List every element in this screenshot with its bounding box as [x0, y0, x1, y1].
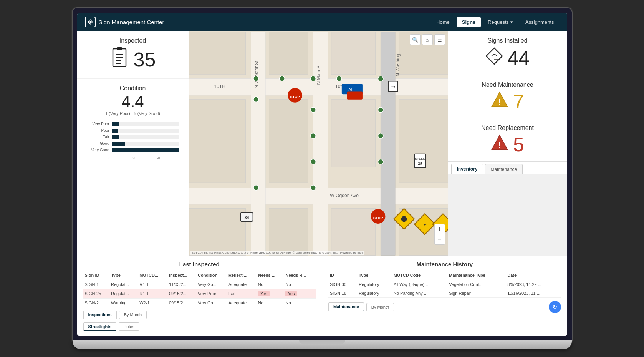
svg-point-38 [310, 133, 316, 139]
svg-text:STOP: STOP [290, 95, 300, 99]
svg-rect-18 [269, 209, 308, 256]
map-list-btn[interactable]: ☰ [434, 34, 445, 45]
svg-text:!: ! [498, 140, 501, 150]
chevron-down-icon: ▾ [510, 19, 513, 25]
table-row: SIGN-25 Regulat... R1-1 09/15/2... Very … [83, 289, 316, 298]
need-replacement-value: 5 [513, 134, 524, 154]
svg-rect-22 [331, 32, 375, 75]
svg-point-32 [253, 76, 259, 81]
signs-installed-title: Signs Installed [456, 37, 560, 44]
svg-point-34 [310, 76, 316, 81]
svg-text:35: 35 [417, 162, 422, 166]
col-reflecti: Reflecti... [227, 271, 257, 280]
col-type: Type [357, 271, 392, 280]
svg-point-57 [401, 216, 407, 222]
map-search-btn[interactable]: 🔍 [410, 34, 421, 45]
map-toolbar: 🔍 ⌂ ☰ [410, 34, 445, 45]
chart-x-axis: 0 20 40 [83, 156, 182, 160]
maintenance-history-panel: Maintenance History ID Type MUTCD Code M… [322, 256, 567, 336]
col-mutcd-code: MUTCD Code [392, 271, 447, 280]
svg-rect-15 [269, 100, 308, 183]
nav-links: Home Signs Requests ▾ Assignments [431, 17, 559, 27]
need-replacement-card: Need Replacement ! 5 [448, 118, 567, 161]
last-inspected-sub-tabs: Streetlights Poles [83, 322, 316, 331]
last-inspected-panel: Last Inspected Sign ID Type MUTCD... Ins… [77, 256, 322, 336]
inspected-card: Inspected [77, 31, 189, 78]
bar-row-verygood: Very Good [87, 148, 179, 152]
warning-yellow-icon: ! [491, 91, 508, 111]
condition-range: 1 (Very Poor) - 5 (Very Good) [83, 111, 182, 116]
svg-text:N Washing...: N Washing... [395, 50, 400, 76]
last-inspected-tabs: Inspections By Month [83, 311, 316, 319]
inspected-value: 35 [134, 50, 156, 70]
table-row: SIGN-30 Regulatory All Way (plaque)... V… [328, 280, 561, 289]
nav-home[interactable]: Home [431, 17, 455, 27]
tab-streetlights[interactable]: Streetlights [83, 322, 117, 331]
svg-text:34: 34 [244, 215, 249, 220]
right-panel: Signs Installed 44 [448, 31, 567, 256]
svg-point-36 [378, 76, 383, 81]
col-id: ID [328, 271, 357, 280]
last-inspected-title: Last Inspected [83, 261, 316, 267]
col-inspect: Inspect... [167, 271, 196, 280]
tab-poles[interactable]: Poles [119, 322, 139, 331]
tab-by-month-hist[interactable]: By Month [366, 303, 394, 311]
inspected-title: Inspected [83, 37, 182, 44]
svg-point-44 [253, 97, 259, 102]
table-row: SIGN-2 Warning W2-1 09/15/2... Very Go..… [83, 298, 316, 307]
tab-inspections[interactable]: Inspections [83, 311, 117, 319]
svg-point-43 [378, 159, 383, 165]
condition-value: 4.4 [83, 93, 182, 111]
map-zoom-controls: + − [434, 224, 445, 245]
maintenance-history-table: ID Type MUTCD Code Maintenance Type Date… [328, 271, 561, 298]
app-logo: Sign Management Center [85, 17, 164, 27]
svg-text:SPEED: SPEED [415, 157, 425, 161]
condition-title: Condition [83, 85, 182, 92]
svg-text:✦: ✦ [423, 223, 426, 227]
col-needs-r: Needs R... [284, 271, 316, 280]
tab-by-month[interactable]: By Month [119, 311, 147, 319]
svg-point-37 [310, 107, 316, 113]
col-maintenance-type: Maintenance Type [447, 271, 506, 280]
tab-maintenance[interactable]: Maintenance [485, 164, 523, 174]
map-panel[interactable]: N Main St N Webster St N Washing... 10th… [189, 31, 448, 256]
svg-rect-52 [347, 92, 363, 100]
inspect-icon [110, 47, 129, 72]
bar-row-verypoor: Very Poor [87, 122, 179, 126]
maintenance-history-tabs: Maintenance By Month ↻ [328, 301, 561, 313]
sign-installed-icon [485, 47, 503, 68]
need-maintenance-value: 7 [513, 91, 524, 111]
table-header-row: Sign ID Type MUTCD... Inspect... Conditi… [83, 271, 316, 280]
condition-bar-chart: Very Poor Poor Fair [83, 120, 182, 156]
logo-icon [85, 17, 96, 27]
map-home-btn[interactable]: ⌂ [422, 34, 433, 45]
col-date: Date [506, 271, 561, 280]
top-nav: Sign Management Center Home Signs Reques… [77, 13, 567, 31]
warning-red-icon: ! [491, 134, 508, 154]
svg-rect-24 [399, 100, 448, 183]
col-type: Type [109, 271, 138, 280]
nav-signs[interactable]: Signs [457, 17, 481, 27]
svg-point-42 [378, 133, 383, 139]
tab-maintenance-hist[interactable]: Maintenance [328, 302, 364, 311]
need-replacement-title: Need Replacement [456, 125, 560, 131]
svg-marker-1 [89, 21, 91, 23]
nav-requests[interactable]: Requests ▾ [482, 17, 518, 27]
svg-point-35 [336, 76, 342, 81]
table-row: SIGN-1 Regulat... R1-1 11/03/2... Very G… [83, 280, 316, 289]
map-zoom-out[interactable]: − [435, 234, 445, 244]
map-attribution: Esri Community Maps Contributors, City o… [190, 251, 364, 255]
right-tabs: Inventory Maintenance [448, 161, 567, 174]
refresh-button[interactable]: ↻ [549, 301, 561, 313]
svg-rect-21 [269, 32, 308, 75]
nav-assignments[interactable]: Assignments [520, 17, 559, 27]
bar-row-fair: Fair [87, 135, 179, 139]
maintenance-history-title: Maintenance History [328, 261, 561, 267]
tab-inventory[interactable]: Inventory [451, 164, 483, 174]
last-inspected-table: Sign ID Type MUTCD... Inspect... Conditi… [83, 271, 316, 307]
svg-text:!: ! [498, 97, 501, 107]
need-maintenance-title: Need Maintenance [456, 81, 560, 88]
svg-point-41 [378, 107, 383, 113]
bar-row-good: Good [87, 141, 179, 146]
map-zoom-in[interactable]: + [435, 224, 445, 234]
